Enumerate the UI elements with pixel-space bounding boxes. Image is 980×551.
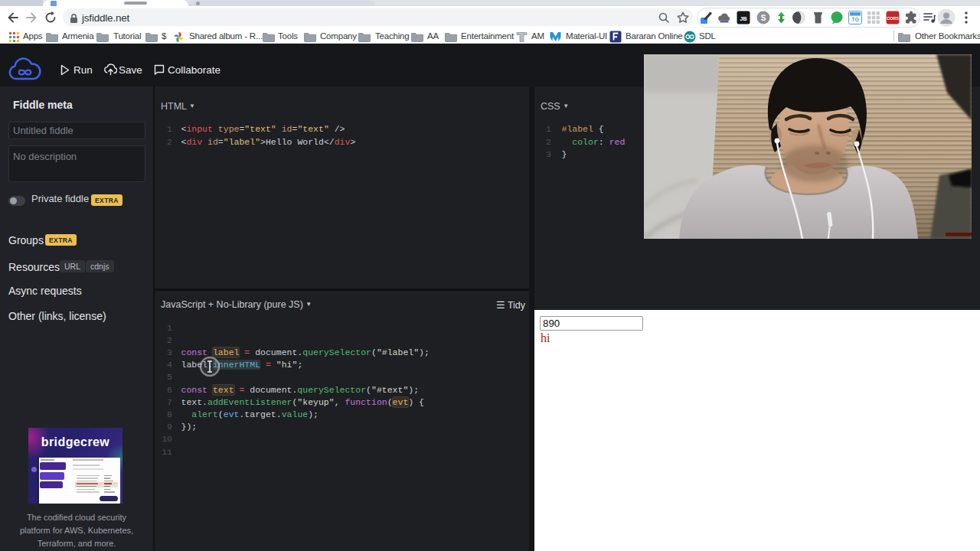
svg-text:CORS: CORS: [887, 16, 899, 21]
svg-text:TG: TG: [851, 17, 859, 22]
svg-text:S: S: [761, 14, 766, 22]
svg-text:JB: JB: [740, 15, 747, 22]
